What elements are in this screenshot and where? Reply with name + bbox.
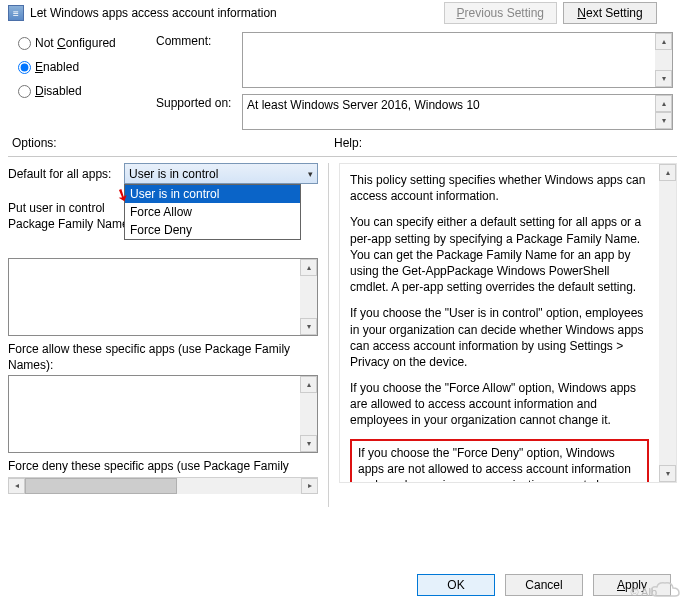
brand-logo-icon [645, 578, 685, 602]
radio-not-configured[interactable]: Not Configured [18, 36, 136, 50]
previous-setting-button: Previous Setting [444, 2, 557, 24]
radio-disabled[interactable]: Disabled [18, 84, 136, 98]
h-scrollbar-track[interactable] [25, 478, 301, 494]
scroll-up-icon[interactable]: ▴ [300, 259, 317, 276]
supported-label: Supported on: [156, 94, 236, 130]
scroll-down-icon[interactable]: ▾ [300, 318, 317, 335]
help-paragraph: This policy setting specifies whether Wi… [350, 172, 649, 204]
next-setting-button[interactable]: Next Setting [563, 2, 657, 24]
radio-enabled[interactable]: Enabled [18, 60, 136, 74]
scroll-left-icon[interactable]: ◂ [8, 478, 25, 494]
default-for-all-apps-label: Default for all apps: [8, 167, 124, 181]
comment-textarea[interactable]: ▴ ▾ [242, 32, 673, 88]
combobox-option[interactable]: Force Allow [125, 203, 300, 221]
help-paragraph: If you choose the "Force Allow" option, … [350, 380, 649, 429]
combobox-option[interactable]: Force Deny [125, 221, 300, 239]
scroll-down-icon[interactable]: ▾ [300, 435, 317, 452]
scroll-down-icon: ▾ [655, 112, 672, 129]
scrollbar-track[interactable] [655, 50, 672, 70]
force-deny-label: Force deny these specific apps (use Pack… [8, 459, 318, 475]
help-paragraph: If you choose the "User is in control" o… [350, 305, 649, 370]
put-user-in-control-label: Put user in control [8, 201, 105, 217]
force-allow-listbox[interactable] [9, 376, 300, 452]
scroll-right-icon[interactable]: ▸ [301, 478, 318, 494]
put-user-in-control-listbox[interactable] [9, 259, 300, 335]
scroll-down-icon[interactable]: ▾ [659, 465, 676, 482]
scroll-up-icon: ▴ [655, 95, 672, 112]
chevron-down-icon: ▾ [308, 169, 313, 179]
help-paragraph: You can specify either a default setting… [350, 214, 649, 295]
scroll-down-icon[interactable]: ▾ [655, 70, 672, 87]
scroll-up-icon[interactable]: ▴ [659, 164, 676, 181]
force-allow-label: Force allow these specific apps (use Pac… [8, 342, 318, 373]
scrollbar-track[interactable] [659, 181, 676, 465]
ok-button[interactable]: OK [417, 574, 495, 596]
comment-label: Comment: [156, 32, 236, 88]
window-title: Let Windows apps access account informat… [30, 6, 277, 20]
combobox-option[interactable]: User is in control [125, 185, 300, 203]
help-section-label: Help: [334, 136, 362, 152]
package-family-name-label: Package Family Name [8, 217, 129, 233]
cancel-button[interactable]: Cancel [505, 574, 583, 596]
combobox-value: User is in control [129, 167, 218, 181]
help-text-pane: This policy setting specifies whether Wi… [340, 164, 659, 482]
options-section-label: Options: [12, 136, 334, 152]
highlighted-help-paragraph: If you choose the "Force Deny" option, W… [350, 439, 649, 483]
combobox-popup: User is in control Force Allow Force Den… [124, 184, 301, 240]
supported-on-field: At least Windows Server 2016, Windows 10… [242, 94, 673, 130]
policy-icon [8, 5, 24, 21]
scroll-up-icon[interactable]: ▴ [655, 33, 672, 50]
scrollbar-track[interactable] [300, 393, 317, 435]
scroll-up-icon[interactable]: ▴ [300, 376, 317, 393]
default-combobox[interactable]: User is in control ▾ [124, 163, 318, 184]
h-scrollbar-thumb[interactable] [25, 478, 177, 494]
scrollbar-track[interactable] [300, 276, 317, 318]
